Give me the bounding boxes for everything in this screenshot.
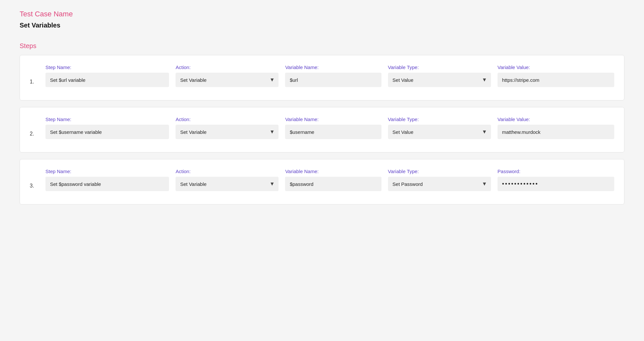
action-select-wrapper-3: Set VariableNavigateClickTypeAssert ▼ (176, 177, 279, 191)
step-number-2: 2. (30, 117, 39, 137)
variable-value-label-3: Password: (498, 169, 614, 174)
step-card-2: 2. Step Name: Action: Set VariableNaviga… (20, 107, 624, 153)
variable-value-label-1: Variable Value: (498, 64, 614, 70)
variable-type-select-wrapper-3: Set PasswordSet ValueGenerate Random ▼ (388, 177, 491, 191)
action-select-3[interactable]: Set VariableNavigateClickTypeAssert (176, 177, 279, 191)
step-row-3: 3. Step Name: Action: Set VariableNaviga… (30, 169, 614, 191)
variable-type-group-1: Variable Type: Set ValueSet PasswordGene… (388, 64, 491, 87)
action-label-2: Action: (176, 117, 279, 122)
variable-name-group-2: Variable Name: (285, 117, 381, 139)
variable-name-label-3: Variable Name: (285, 169, 381, 174)
variable-value-group-3: Password: (498, 169, 614, 191)
action-select-wrapper-2: Set VariableNavigateClickTypeAssert ▼ (176, 125, 279, 139)
step-row-2: 2. Step Name: Action: Set VariableNaviga… (30, 117, 614, 139)
step-card-1: 1. Step Name: Action: Set VariableNaviga… (20, 55, 624, 100)
variable-type-group-3: Variable Type: Set PasswordSet ValueGene… (388, 169, 491, 191)
variable-name-input-2[interactable] (285, 125, 381, 139)
action-group-1: Action: Set VariableNavigateClickTypeAss… (176, 64, 279, 87)
step-fields-1: Step Name: Action: Set VariableNavigateC… (45, 64, 614, 87)
step-name-group-2: Step Name: (45, 117, 169, 139)
action-group-3: Action: Set VariableNavigateClickTypeAss… (176, 169, 279, 191)
step-number-1: 1. (30, 64, 39, 85)
variable-value-input-3[interactable] (498, 177, 614, 191)
step-number-3: 3. (30, 169, 39, 189)
variable-value-input-1[interactable] (498, 73, 614, 87)
action-select-wrapper-1: Set VariableNavigateClickTypeAssert ▼ (176, 73, 279, 87)
variable-type-label-3: Variable Type: (388, 169, 491, 174)
variable-name-group-1: Variable Name: (285, 64, 381, 87)
page-title-label: Test Case Name (20, 10, 624, 18)
step-name-group-3: Step Name: (45, 169, 169, 191)
variable-type-select-3[interactable]: Set PasswordSet ValueGenerate Random (388, 177, 491, 191)
step-row-1: 1. Step Name: Action: Set VariableNaviga… (30, 64, 614, 87)
variable-type-select-wrapper-2: Set ValueSet PasswordGenerate Random ▼ (388, 125, 491, 139)
variable-name-input-3[interactable] (285, 177, 381, 191)
variable-name-label-1: Variable Name: (285, 64, 381, 70)
variable-name-label-2: Variable Name: (285, 117, 381, 122)
variable-type-select-2[interactable]: Set ValueSet PasswordGenerate Random (388, 125, 491, 139)
steps-section-title: Steps (20, 42, 624, 50)
step-card-3: 3. Step Name: Action: Set VariableNaviga… (20, 159, 624, 205)
variable-value-label-2: Variable Value: (498, 117, 614, 122)
step-name-input-1[interactable] (45, 73, 169, 87)
step-fields-3: Step Name: Action: Set VariableNavigateC… (45, 169, 614, 191)
variable-value-group-1: Variable Value: (498, 64, 614, 87)
variable-name-group-3: Variable Name: (285, 169, 381, 191)
variable-type-label-2: Variable Type: (388, 117, 491, 122)
step-name-input-3[interactable] (45, 177, 169, 191)
steps-container: 1. Step Name: Action: Set VariableNaviga… (20, 55, 624, 211)
step-name-input-2[interactable] (45, 125, 169, 139)
action-select-2[interactable]: Set VariableNavigateClickTypeAssert (176, 125, 279, 139)
step-fields-2: Step Name: Action: Set VariableNavigateC… (45, 117, 614, 139)
action-group-2: Action: Set VariableNavigateClickTypeAss… (176, 117, 279, 139)
action-label-3: Action: (176, 169, 279, 174)
step-name-label-2: Step Name: (45, 117, 169, 122)
action-select-1[interactable]: Set VariableNavigateClickTypeAssert (176, 73, 279, 87)
step-name-label-3: Step Name: (45, 169, 169, 174)
page-subtitle: Set Variables (20, 22, 624, 29)
action-label-1: Action: (176, 64, 279, 70)
variable-type-select-wrapper-1: Set ValueSet PasswordGenerate Random ▼ (388, 73, 491, 87)
variable-type-select-1[interactable]: Set ValueSet PasswordGenerate Random (388, 73, 491, 87)
variable-type-label-1: Variable Type: (388, 64, 491, 70)
variable-value-group-2: Variable Value: (498, 117, 614, 139)
step-name-label-1: Step Name: (45, 64, 169, 70)
variable-type-group-2: Variable Type: Set ValueSet PasswordGene… (388, 117, 491, 139)
variable-value-input-2[interactable] (498, 125, 614, 139)
step-name-group-1: Step Name: (45, 64, 169, 87)
variable-name-input-1[interactable] (285, 73, 381, 87)
